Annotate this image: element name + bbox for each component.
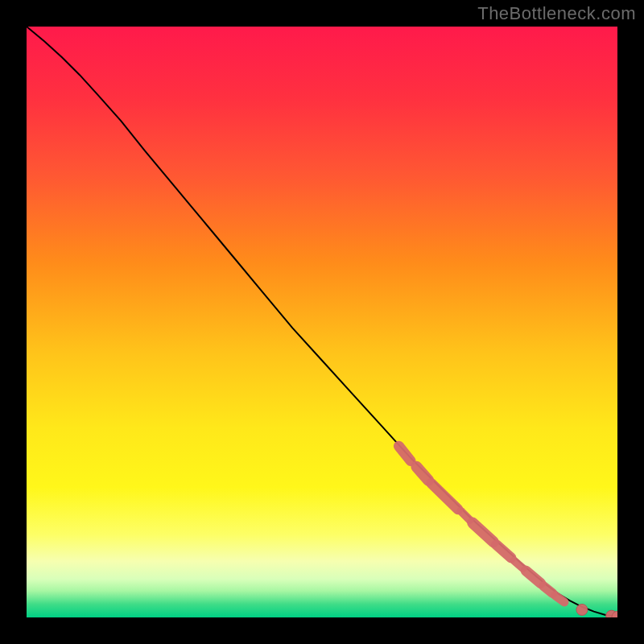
highlight-segments	[398, 446, 564, 602]
highlight-segment	[473, 523, 493, 542]
chart-overlay	[27, 27, 617, 617]
plot-area	[27, 27, 617, 617]
watermark-label: TheBottleneck.com	[477, 3, 636, 24]
highlight-segment	[431, 483, 458, 509]
highlight-segment	[543, 586, 552, 593]
data-markers	[576, 604, 617, 617]
highlight-segment	[416, 467, 428, 481]
data-marker	[576, 604, 588, 615]
highlight-segment	[460, 511, 469, 520]
highlight-segment	[497, 545, 511, 558]
highlight-segment	[526, 571, 540, 583]
highlight-segment	[398, 446, 411, 460]
highlight-segment	[514, 561, 523, 569]
chart-frame: TheBottleneck.com	[0, 0, 644, 644]
performance-curve	[27, 27, 617, 617]
highlight-segment	[555, 596, 564, 602]
